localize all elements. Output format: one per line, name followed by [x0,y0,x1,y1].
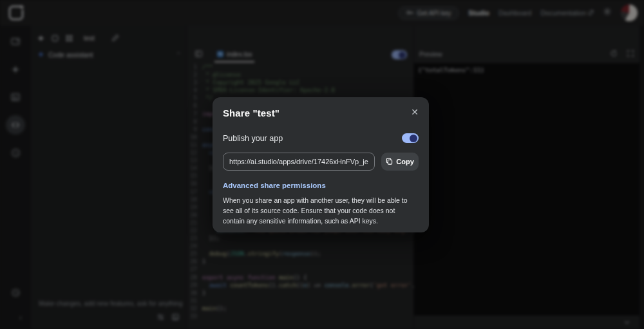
copy-button[interactable]: Copy [381,153,419,171]
share-dialog-title: Share "test" [223,108,279,118]
copy-icon [386,158,393,166]
publish-toggle[interactable] [402,133,419,143]
share-url-input[interactable] [223,153,375,171]
copy-button-label: Copy [396,158,414,165]
publish-app-label: Publish your app [223,134,402,143]
advanced-share-permissions-link[interactable]: Advanced share permissions [223,182,419,189]
app-window: Get API key Studio Dashboard Documentati… [0,0,644,329]
share-dialog: Share "test" ✕ Publish your app Copy Adv… [213,97,429,232]
close-icon[interactable]: ✕ [411,108,419,117]
publish-toggle-knob [410,135,417,142]
share-warning-text: When you share an app with another user,… [223,196,419,226]
